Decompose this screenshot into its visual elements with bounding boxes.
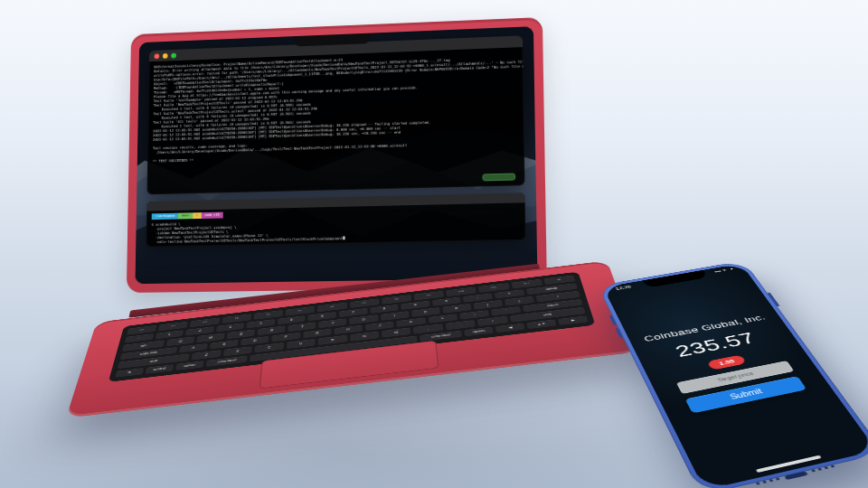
key[interactable]: ]	[505, 296, 534, 306]
key[interactable]: Z	[192, 350, 222, 361]
key[interactable]: 0	[432, 296, 461, 306]
key[interactable]: F5	[286, 306, 316, 316]
key[interactable]: ⏻	[543, 275, 575, 285]
key[interactable]: Q	[166, 336, 195, 346]
key[interactable]: Y	[319, 318, 347, 328]
key[interactable]: caps lock	[119, 347, 176, 361]
key[interactable]: ▲▼	[526, 319, 556, 330]
key[interactable]: F11	[478, 283, 509, 293]
key[interactable]: ,	[413, 324, 443, 334]
key[interactable]: G	[303, 328, 332, 338]
key[interactable]: K	[397, 317, 426, 327]
key[interactable]: fn	[115, 368, 144, 379]
key[interactable]: 5	[278, 315, 306, 325]
terminal-command: $ xcodebuild \ -project NewTaskTestProje…	[151, 214, 520, 243]
key[interactable]: command	[420, 330, 463, 342]
key[interactable]: ▶	[558, 315, 589, 326]
key[interactable]: P	[442, 304, 471, 314]
terminal-window-prompt[interactable]: ~/workspace main ✓ node v18 $ xcodebuild…	[146, 192, 526, 247]
key[interactable]: esc	[127, 325, 157, 335]
key[interactable]: \	[535, 291, 580, 303]
phone-mockup: 12:26 ••• ᯤ ▮ Coinbase Global, Inc. 235.…	[598, 260, 868, 488]
key[interactable]: A	[178, 343, 207, 353]
key[interactable]: 9	[401, 300, 429, 310]
key[interactable]: 3	[216, 323, 245, 333]
shell-prompt-segments: ~/workspace main ✓ node v18	[152, 212, 223, 220]
key[interactable]: [	[473, 300, 503, 310]
laptop-lid: NSInternalInconsistencyException: Projec…	[127, 17, 547, 293]
key[interactable]: 4	[247, 319, 276, 329]
key[interactable]: ;	[459, 310, 489, 320]
key[interactable]: O	[411, 307, 440, 317]
key[interactable]: shift	[118, 353, 190, 369]
app-screen: Coinbase Global, Inc. 235.57 1.55 Target…	[603, 264, 868, 488]
key[interactable]: X	[222, 346, 252, 357]
key[interactable]: F6	[317, 303, 347, 313]
key[interactable]: control	[145, 364, 174, 375]
key[interactable]: -	[463, 293, 493, 303]
key[interactable]: F7	[350, 298, 380, 308]
key[interactable]: 2	[185, 326, 214, 336]
close-icon[interactable]	[155, 53, 160, 59]
key[interactable]: V	[286, 339, 315, 350]
key[interactable]: R	[258, 325, 286, 335]
key[interactable]: return	[523, 299, 583, 313]
key[interactable]: D	[241, 336, 269, 346]
key[interactable]: =	[495, 289, 524, 299]
key[interactable]: H	[334, 324, 363, 334]
key[interactable]: ~	[125, 333, 154, 343]
key[interactable]: 6	[308, 312, 336, 322]
key[interactable]: J	[365, 321, 394, 331]
key[interactable]: '	[491, 306, 522, 316]
key[interactable]: F12	[511, 279, 542, 289]
laptop-mockup: NSInternalInconsistencyException: Projec…	[99, 5, 588, 456]
minimize-icon[interactable]	[163, 53, 168, 59]
key[interactable]: ◀	[495, 323, 525, 333]
key[interactable]: option	[465, 326, 495, 337]
key[interactable]: E	[227, 329, 256, 339]
key[interactable]: 8	[370, 305, 399, 314]
key[interactable]: shift	[510, 307, 586, 323]
key[interactable]: F	[271, 333, 300, 343]
key[interactable]: S	[210, 340, 239, 350]
key[interactable]: F9	[414, 291, 445, 301]
key[interactable]: C	[254, 343, 284, 353]
key[interactable]: B	[318, 335, 347, 346]
key[interactable]: W	[196, 333, 225, 343]
key[interactable]: T	[288, 322, 316, 332]
key[interactable]: tab	[122, 340, 165, 352]
key[interactable]: F2	[190, 317, 220, 327]
key[interactable]: L	[428, 314, 458, 324]
key[interactable]: N	[350, 332, 379, 343]
key[interactable]: M	[382, 327, 411, 338]
key[interactable]: command	[205, 355, 248, 367]
terminal-window-output[interactable]: NSInternalInconsistencyException: Projec…	[146, 35, 524, 194]
key[interactable]: F4	[253, 310, 283, 320]
key[interactable]: U	[350, 314, 378, 324]
terminal-output: NSInternalInconsistencyException: Projec…	[146, 47, 524, 194]
key[interactable]: /	[477, 316, 508, 327]
key[interactable]: F10	[446, 286, 476, 296]
key[interactable]: I	[381, 311, 410, 321]
key[interactable]: F1	[158, 322, 188, 332]
key[interactable]: F8	[382, 295, 411, 305]
key[interactable]: 7	[339, 308, 367, 318]
key[interactable]: delete	[525, 283, 578, 296]
change-badge: 1.55	[707, 354, 747, 370]
key[interactable]: .	[446, 320, 476, 331]
key[interactable]: option	[175, 361, 204, 371]
trackpad[interactable]	[259, 341, 439, 389]
desktop-wallpaper: NSInternalInconsistencyException: Projec…	[135, 26, 537, 284]
key[interactable]: 1	[155, 330, 184, 340]
key[interactable]	[250, 335, 417, 362]
zoom-icon[interactable]	[171, 52, 176, 58]
key[interactable]: F3	[222, 314, 251, 324]
status-pill	[482, 174, 515, 182]
